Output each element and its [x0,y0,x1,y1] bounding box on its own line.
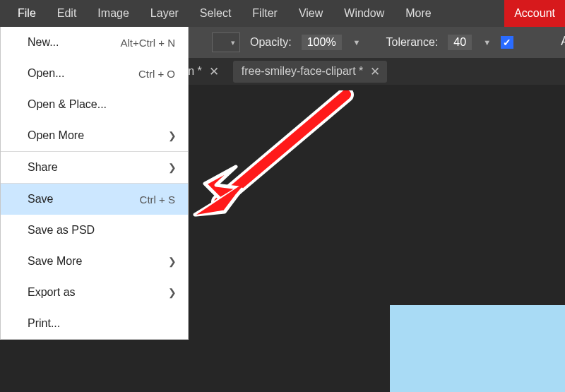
menu-item-label: Print... [28,317,175,330]
menu-item-label: New... [28,36,120,49]
menu-image[interactable]: Image [87,0,139,27]
tolerance-label: Tolerance: [386,36,439,49]
file-menu-item-save-as-psd[interactable]: Save as PSD [1,215,188,246]
menu-item-shortcut: Ctrl + S [140,194,175,206]
close-icon[interactable]: ✕ [209,64,219,79]
menu-item-shortcut: Alt+Ctrl + N [120,37,175,49]
file-menu-item-open-more[interactable]: Open More❯ [1,120,188,151]
menu-file[interactable]: File [7,0,47,27]
antialias-checkbox[interactable]: ✓ [501,36,513,49]
file-menu-item-print[interactable]: Print... [1,308,188,339]
tool-preset-dropdown[interactable]: ▾ [212,32,240,52]
file-menu-item-open-place[interactable]: Open & Place... [1,89,188,120]
antialias-group: ✓ [501,36,513,49]
file-menu-item-new[interactable]: New...Alt+Ctrl + N [1,27,188,58]
opacity-dropdown-icon[interactable]: ▼ [353,38,361,47]
menu-item-label: Open More [28,129,175,142]
file-menu-item-save[interactable]: SaveCtrl + S [1,184,188,215]
menu-item-label: Save as PSD [28,224,175,237]
document-tab-2-label: free-smiley-face-clipart * [242,65,363,78]
tolerance-value[interactable]: 40 [448,35,472,50]
chevron-right-icon: ❯ [168,256,177,267]
chevron-down-icon: ▾ [231,38,235,47]
file-menu-dropdown: New...Alt+Ctrl + NOpen...Ctrl + OOpen & … [0,27,189,340]
file-menu-item-share[interactable]: Share❯ [1,152,188,183]
chevron-right-icon: ❯ [168,130,177,141]
menu-more[interactable]: More [395,0,441,27]
menu-view[interactable]: View [288,0,333,27]
file-menu-item-save-more[interactable]: Save More❯ [1,246,188,277]
antialias-label-cut: A [561,34,565,49]
menu-item-shortcut: Ctrl + O [138,68,175,80]
menubar: File Edit Image Layer Select Filter View… [0,0,565,27]
file-menu-item-export-as[interactable]: Export as❯ [1,277,188,308]
menu-select[interactable]: Select [189,0,242,27]
tolerance-dropdown-icon[interactable]: ▼ [483,38,491,47]
account-button[interactable]: Account [504,0,565,27]
opacity-label: Opacity: [250,36,292,49]
menu-layer[interactable]: Layer [140,0,189,27]
menu-window[interactable]: Window [333,0,395,27]
canvas[interactable] [390,305,565,392]
menu-item-label: Share [28,161,175,174]
opacity-value[interactable]: 100% [302,35,342,50]
file-menu-item-open[interactable]: Open...Ctrl + O [1,58,188,89]
chevron-right-icon: ❯ [168,162,177,173]
menu-edit[interactable]: Edit [47,0,88,27]
chevron-right-icon: ❯ [168,287,177,298]
menu-filter[interactable]: Filter [242,0,288,27]
menu-item-label: Export as [28,286,175,299]
menu-item-label: Save More [28,255,175,268]
menu-item-label: Open & Place... [28,98,175,111]
menu-item-label: Open... [28,67,138,80]
document-tab-2[interactable]: free-smiley-face-clipart * ✕ [233,61,387,83]
menu-item-label: Save [28,193,140,206]
close-icon[interactable]: ✕ [370,64,380,79]
